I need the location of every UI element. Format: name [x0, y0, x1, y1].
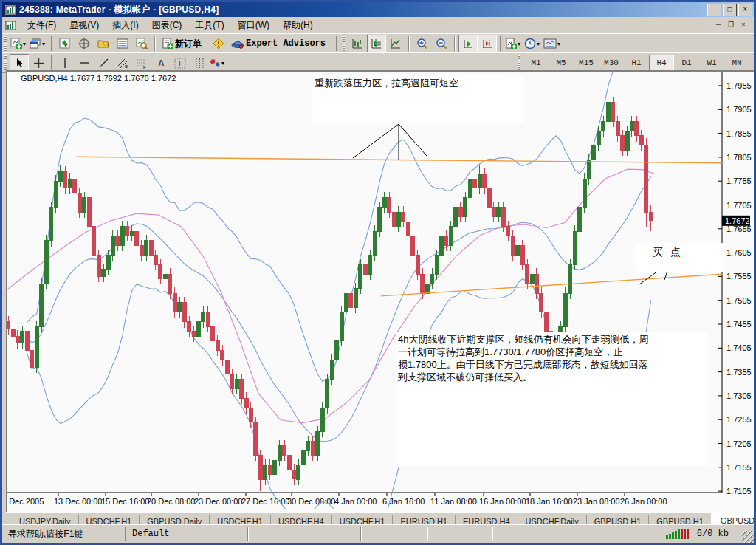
- toolbar-grip[interactable]: [343, 36, 345, 51]
- zoom-out-button[interactable]: [432, 35, 451, 52]
- expert-advisors-button[interactable]: Expert Advisors: [228, 35, 333, 52]
- candle-body: [458, 208, 462, 217]
- status-help-text: 寻求帮助,请按F1键: [2, 527, 125, 541]
- chart-mdi-icon[interactable]: [5, 21, 16, 30]
- terminal-button[interactable]: [113, 35, 132, 52]
- bar-chart-button[interactable]: [348, 35, 367, 52]
- auto-scroll-button[interactable]: [458, 35, 478, 52]
- up-arrow-annotation[interactable]: [353, 124, 399, 158]
- navigator-button[interactable]: [94, 35, 113, 52]
- new-order-button[interactable]: 新订单: [159, 35, 209, 52]
- indicators-button[interactable]: ▾: [504, 35, 523, 52]
- close-button[interactable]: ×: [738, 4, 752, 16]
- data-window-button[interactable]: [75, 35, 94, 52]
- child-minimize-button[interactable]: ─: [712, 20, 724, 30]
- market-watch-button[interactable]: [55, 35, 75, 52]
- trendline-tool-button[interactable]: [94, 54, 113, 72]
- candle-body: [473, 179, 477, 188]
- strategy-tester-button[interactable]: [132, 35, 151, 52]
- arrows-tool-button[interactable]: ▾: [209, 54, 227, 72]
- chevron-down-icon: ▾: [23, 41, 28, 47]
- child-close-button[interactable]: ×: [738, 20, 749, 30]
- channel-tool-button[interactable]: E: [113, 54, 132, 72]
- menu-help[interactable]: 帮助(H): [276, 17, 320, 34]
- price-axis-label: 1.7205: [726, 439, 752, 448]
- menu-view[interactable]: 显视(V): [63, 17, 106, 34]
- svg-text:E: E: [125, 64, 128, 69]
- menu-window[interactable]: 窗口(W): [231, 17, 276, 34]
- minimize-button[interactable]: _: [707, 4, 721, 16]
- candle-body: [145, 241, 148, 255]
- candle-body: [563, 293, 567, 326]
- timeframe-h1-button[interactable]: H1: [624, 55, 649, 71]
- timeframe-h4-button[interactable]: H4: [649, 55, 674, 71]
- toolbar-separator: [454, 36, 456, 51]
- line-chart-button[interactable]: [386, 35, 405, 52]
- text-label-tool-button[interactable]: T: [171, 54, 190, 72]
- toolbar-grip[interactable]: [518, 55, 520, 70]
- toolbar-grip[interactable]: [4, 55, 7, 70]
- candle-body: [645, 145, 648, 212]
- toolbar-grip[interactable]: [4, 36, 7, 51]
- candle-body: [478, 174, 481, 188]
- price-axis-label: 1.7805: [726, 153, 752, 162]
- plan-line: 到支撑区域不破仍可择低买入。: [398, 371, 708, 383]
- status-profile[interactable]: Default: [126, 527, 247, 541]
- candle-body: [544, 312, 548, 332]
- menu-insert[interactable]: 插入(I): [106, 17, 145, 34]
- maximize-button[interactable]: □: [723, 4, 737, 16]
- periods-button[interactable]: ▾: [523, 35, 543, 52]
- menu-tools[interactable]: 工具(T): [188, 17, 230, 34]
- menu-charts[interactable]: 图表(C): [145, 17, 189, 34]
- chevron-down-icon: ▾: [42, 41, 47, 47]
- metaeditor-button[interactable]: [209, 35, 228, 52]
- timeframe-m30-button[interactable]: M30: [599, 55, 624, 71]
- menu-file[interactable]: 文件(F): [21, 17, 63, 34]
- annotation-buy-point[interactable]: 买点: [635, 243, 724, 272]
- profiles-icon: [30, 38, 41, 49]
- horizontal-line-tool-button[interactable]: [75, 54, 94, 72]
- timeframe-m1-button[interactable]: M1: [523, 55, 549, 71]
- text-tool-button[interactable]: A: [151, 54, 171, 72]
- price-axis-label: 1.7605: [726, 248, 752, 257]
- resize-grip[interactable]: [742, 531, 754, 543]
- new-chart-button[interactable]: ▾: [10, 35, 29, 52]
- annotation-pressure-zone[interactable]: 重新跌落压力区，拉高遇阻可短空: [313, 75, 523, 123]
- candle-body: [273, 460, 277, 474]
- candle-body: [11, 329, 15, 337]
- fibonacci-tool-button[interactable]: F: [132, 54, 151, 72]
- candlestick-chart-button[interactable]: [367, 35, 386, 52]
- vertical-line-tool-button[interactable]: [55, 54, 75, 72]
- cursor-tool-button[interactable]: [10, 54, 29, 72]
- timeframe-m5-button[interactable]: M5: [549, 55, 574, 71]
- child-restore-button[interactable]: ❐: [725, 20, 737, 30]
- candle-body: [526, 264, 529, 284]
- new-chart-icon: [10, 38, 22, 49]
- chart-shift-button[interactable]: [478, 35, 497, 52]
- templates-button[interactable]: ▾: [543, 35, 563, 52]
- candle-body: [344, 293, 348, 312]
- candle-body: [335, 341, 339, 360]
- candle-body: [592, 145, 596, 160]
- candle-body: [396, 212, 400, 226]
- menu-bar: 文件(F) 显视(V) 插入(I) 图表(C) 工具(T) 窗口(W) 帮助(H…: [2, 17, 754, 34]
- timeframe-w1-button[interactable]: W1: [699, 55, 724, 71]
- timeframe-d1-button[interactable]: D1: [674, 55, 699, 71]
- plan-line: 一计划可等待拉高到1.7730/1.7780价区择高短空，止: [398, 346, 708, 358]
- annotation-trading-plan[interactable]: 4h大阴线收下近期支撑区，短线仍有机会向下走弱测低，周 一计划可等待拉高到1.7…: [396, 332, 708, 466]
- timeframe-m15-button[interactable]: M15: [574, 55, 599, 71]
- svg-text:A: A: [158, 58, 165, 69]
- candle-body: [21, 332, 24, 343]
- time-axis-label: 15 Dec 16:00: [101, 497, 149, 506]
- market-watch-icon: [59, 38, 71, 49]
- time-axis-label: 27 Dec 16:00: [241, 497, 289, 506]
- price-axis-label: 1.7155: [726, 463, 752, 472]
- timeframe-mn-button[interactable]: MN: [724, 55, 749, 71]
- zoom-in-button[interactable]: [413, 35, 432, 52]
- profiles-button[interactable]: ▾: [29, 35, 48, 52]
- crosshair-tool-button[interactable]: [29, 54, 48, 72]
- cycle-lines-tool-button[interactable]: [190, 54, 209, 72]
- candle-body: [440, 236, 444, 256]
- chart-window[interactable]: 1.79551.79051.78551.78051.77551.77051.76…: [6, 70, 756, 513]
- candle-body: [625, 131, 629, 150]
